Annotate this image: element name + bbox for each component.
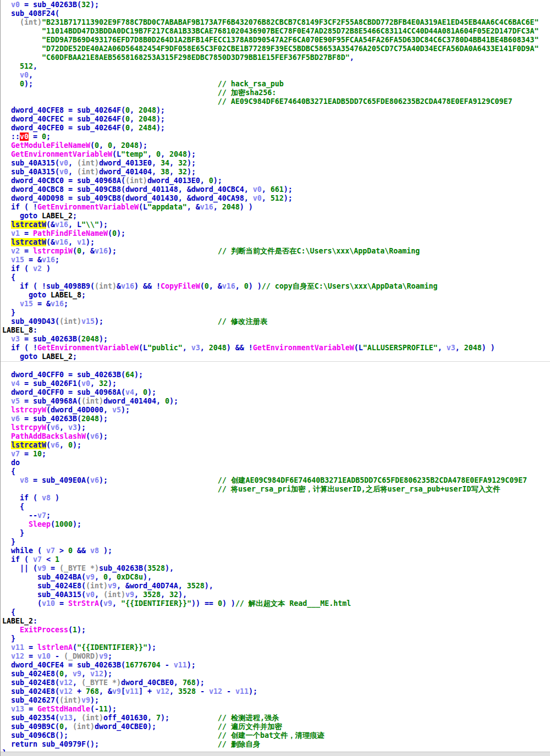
variable-token[interactable]: v5 — [11, 397, 20, 405]
api-function-token[interactable]: StrStrA — [68, 599, 99, 608]
code-line[interactable]: sub_402354(v13, (int)off_401630, 7); // … — [2, 714, 550, 722]
code-line[interactable]: PathAddBackslashW(v6); — [2, 432, 550, 441]
code-line[interactable]: v13 = GetStdHandle(-11); — [2, 705, 550, 714]
variable-token[interactable]: v4 — [125, 388, 134, 396]
api-function-token[interactable]: Sleep — [29, 520, 51, 528]
label-token[interactable]: LABEL_2 — [42, 352, 73, 361]
code-line[interactable]: v0 = sub_40263B(32); — [2, 1, 550, 9]
variable-token[interactable]: v2 — [33, 264, 42, 273]
code-line[interactable]: } — [2, 308, 550, 317]
code-line[interactable]: } — [2, 529, 550, 538]
api-function-token[interactable]: lstrlenA — [37, 643, 73, 652]
variable-token[interactable]: v9 — [86, 573, 95, 581]
variable-token[interactable]: v16 — [42, 256, 55, 264]
code-line[interactable]: v12 = v10 - (_DWORD)v9; — [2, 652, 550, 661]
code-line[interactable]: { — [2, 608, 550, 617]
code-line[interactable]: lstrcatW(&v16, L"\\"); — [2, 220, 550, 229]
api-function-token[interactable]: ExitProcess — [20, 626, 68, 634]
code-line[interactable]: ::v0 = 0; — [2, 133, 550, 141]
api-function-token[interactable]: CopyFileW — [161, 282, 200, 290]
code-line[interactable]: goto LABEL_8; — [2, 291, 550, 300]
code-line[interactable]: if ( v2 ) — [2, 264, 550, 273]
label-token[interactable]: LABEL_2 — [42, 212, 73, 220]
code-line[interactable]: "EDD9A7B69D493176EFD7D8B0D264D1A2BFB14FE… — [2, 36, 550, 45]
label-token[interactable]: LABEL_8 — [51, 291, 81, 299]
variable-token[interactable]: v11 — [125, 687, 139, 696]
code-line[interactable]: dword_40CFE0 = sub_40264F(0, 2484); — [2, 124, 550, 133]
api-function-token[interactable]: lstrcpyW — [11, 423, 46, 432]
code-line[interactable]: lstrcpyW(v6, v3); — [2, 423, 550, 432]
code-line[interactable]: v6 = sub_40263B(2048); — [2, 415, 550, 423]
code-line[interactable]: return sub_40979F(); // 删除自身 — [2, 740, 550, 749]
code-line[interactable]: sub_40A315(v0, (int)dword_401404, 38, 32… — [2, 168, 550, 176]
code-line[interactable]: v7 = 10; — [2, 450, 550, 459]
variable-token[interactable]: v0 — [253, 194, 262, 202]
code-line[interactable]: dword_40CBC0 = sub_40968A((int)dword_401… — [2, 176, 550, 185]
variable-token[interactable]: v3 — [447, 344, 455, 352]
code-line[interactable]: } — [2, 538, 550, 547]
label-token[interactable]: LABEL_2 — [2, 617, 33, 625]
code-line[interactable]: v15 = &v16; — [2, 300, 550, 308]
code-line[interactable]: LABEL_2: — [2, 617, 550, 626]
code-line[interactable]: v15 = &v16; — [2, 256, 550, 264]
code-line[interactable]: lstrcpyW(dword_40D000, v5); — [2, 406, 550, 415]
variable-token[interactable]: v9 — [108, 582, 117, 590]
code-line[interactable]: Sleep(1000); — [2, 520, 550, 529]
variable-token[interactable]: v16 — [55, 238, 68, 246]
code-line[interactable]: dword_40CBC8 = sub_409CB8(dword_401148, … — [2, 185, 550, 194]
variable-token[interactable]: v0 — [59, 159, 68, 167]
code-line[interactable]: { — [2, 467, 550, 476]
variable-token[interactable]: v9 — [125, 591, 134, 599]
variable-token[interactable]: v0 — [11, 1, 20, 9]
code-line[interactable]: if ( v8 ) — [2, 494, 550, 503]
api-function-token[interactable]: PathFindFileNameW — [33, 229, 108, 238]
variable-token[interactable]: v6 — [90, 476, 99, 484]
code-line[interactable]: sub_40A315(v0, (int)dword_4013E0, 34, 32… — [2, 159, 550, 168]
code-line[interactable]: sub_408F24( — [2, 9, 550, 18]
api-function-token[interactable]: lstrcpyW — [11, 406, 46, 414]
code-line[interactable]: GetEnvironmentVariableW(L"temp", 0, 2048… — [2, 150, 550, 159]
variable-token[interactable]: v1 — [77, 238, 86, 246]
variable-token[interactable]: v9 — [37, 564, 46, 572]
variable-token[interactable]: v5 — [112, 406, 121, 414]
variable-token[interactable]: v9 — [112, 687, 121, 696]
variable-token[interactable]: v9 — [103, 599, 112, 608]
code-line[interactable]: dword_40CFF0 = sub_40263B(64); — [2, 371, 550, 379]
code-line[interactable]: { — [2, 273, 550, 282]
variable-token[interactable]: v12 — [90, 670, 103, 678]
pseudocode-listing[interactable]: v0 = sub_40263B(32); sub_408F24( (int)"B… — [2, 1, 550, 756]
variable-token[interactable]: v7 — [33, 555, 42, 564]
highlighted-token-red[interactable]: v0 — [20, 133, 29, 141]
code-line[interactable]: v11 = lstrlenA("{{IDENTIFIER}}"); — [2, 643, 550, 652]
variable-token[interactable]: v9 — [81, 696, 90, 704]
code-line[interactable]: (int)"B231B717113902E9F788C7BD0C7ABABAF9… — [2, 18, 550, 27]
variable-token[interactable]: v10 — [42, 599, 55, 608]
variable-token[interactable]: v13 — [59, 714, 73, 722]
api-function-token[interactable]: GetEnvironmentVariableW — [253, 344, 354, 352]
variable-token[interactable]: v12 — [156, 687, 169, 696]
variable-token[interactable]: v6 — [11, 415, 20, 423]
code-line[interactable]: // 加密sha256: — [2, 89, 550, 97]
variable-token[interactable]: v6 — [51, 441, 59, 449]
code-line[interactable]: (v10 = StrStrA(v9, "{{IDENTIFIER}}")) ==… — [2, 599, 550, 608]
code-line[interactable]: v0, — [2, 71, 550, 80]
variable-token[interactable]: v15 — [11, 256, 24, 264]
code-line[interactable]: sub_4024E8((int)v9, &word_40D74A, 3528), — [2, 582, 550, 591]
code-line[interactable]: "C60DFBAA21E8AEB5658168253A315F298EDBC78… — [2, 53, 550, 62]
code-line[interactable]: sub_409D43((int)v15); // 修改注册表 — [2, 317, 550, 326]
code-line[interactable]: if ( !GetEnvironmentVariableW(L"public",… — [2, 344, 550, 352]
api-function-token[interactable]: GetEnvironmentVariableW — [11, 150, 112, 158]
code-line[interactable]: do — [2, 459, 550, 467]
variable-token[interactable]: v10 — [37, 652, 51, 660]
code-line[interactable]: 512, — [2, 62, 550, 71]
api-function-token[interactable]: GetEnvironmentVariableW — [37, 344, 139, 352]
variable-token[interactable]: v11 — [11, 643, 24, 652]
variable-token[interactable]: v8 — [20, 476, 29, 484]
variable-token[interactable]: v15 — [81, 317, 95, 325]
variable-token[interactable]: v0 — [59, 168, 68, 176]
variable-token[interactable]: v16 — [200, 203, 213, 211]
code-line[interactable]: sub_409B9C(0, (int)dword_40CBE0); // 遍历文… — [2, 722, 550, 731]
code-line[interactable]: v3 = sub_40263B(2048); — [2, 335, 550, 344]
code-line[interactable]: v2 = lstrcmpiW(0, &v16); // 判断当前文件是否在C:\… — [2, 247, 550, 256]
variable-token[interactable]: v3 — [11, 335, 20, 343]
